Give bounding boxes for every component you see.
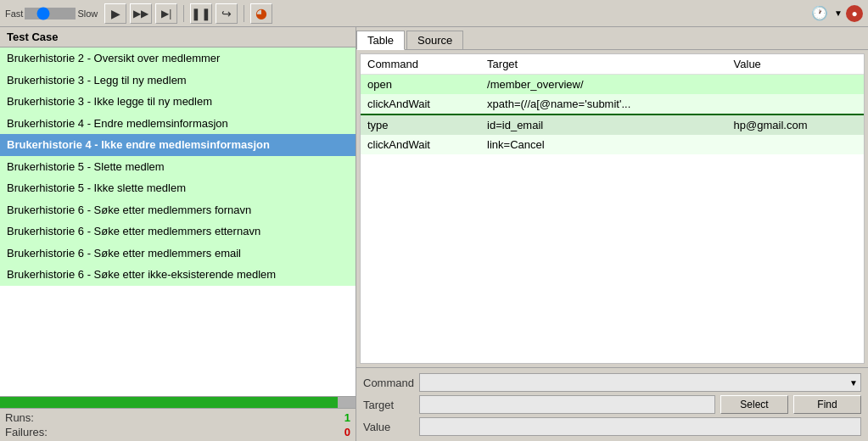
test-case-item-7[interactable]: Brukerhistorie 6 - Søke etter medlemmers… [0, 199, 356, 221]
close-button[interactable]: ● [846, 5, 863, 22]
run-all-button[interactable]: ▶▶ [130, 3, 152, 24]
cell-target-0: /member_overview/ [480, 75, 726, 95]
main-layout: Test Case Brukerhistorie 2 - Oversikt ov… [0, 27, 868, 441]
test-case-item-6[interactable]: Brukerhistorie 5 - Ikke slette medlem [0, 177, 356, 199]
col-target: Target [480, 54, 726, 75]
table-area[interactable]: Command Target Value open/member_overvie… [360, 53, 865, 364]
table-row-1[interactable]: clickAndWaitxpath=(//a[@name='submit'... [361, 94, 864, 114]
left-bottom: Runs: 1 Failures: 0 [0, 396, 356, 441]
test-case-item-1[interactable]: Brukerhistorie 3 - Legg til ny medlem [0, 70, 356, 92]
test-case-item-2[interactable]: Brukerhistorie 3 - Ikke legge til ny med… [0, 91, 356, 113]
value-label: Value [363, 421, 414, 433]
toolbar: Fast Slow ▶ ▶▶ ▶| ❚❚ ↪ ◕ 🕐 ▼ ● [0, 0, 868, 27]
value-row: Value [363, 417, 861, 436]
separator-2 [244, 5, 244, 22]
toolbar-right: 🕐 ▼ ● [809, 3, 863, 24]
test-case-header: Test Case [0, 27, 356, 47]
right-panel: TableSource Command Target Value open/me… [356, 27, 868, 441]
failures-row: Failures: 0 [5, 425, 350, 439]
cell-value-2: hp@gmail.com [727, 114, 864, 135]
rollup-button[interactable]: ◕ [250, 3, 272, 24]
cell-target-3: link=Cancel [480, 135, 726, 154]
table-row-3[interactable]: clickAndWaitlink=Cancel [361, 135, 864, 154]
test-case-item-4[interactable]: Brukerhistorie 4 - Ikke endre medlemsinf… [0, 134, 356, 156]
test-case-item-5[interactable]: Brukerhistorie 5 - Slette medlem [0, 156, 356, 178]
left-panel: Test Case Brukerhistorie 2 - Oversikt ov… [0, 27, 356, 441]
col-value: Value [727, 54, 864, 75]
clock-dropdown[interactable]: ▼ [834, 8, 843, 18]
test-case-item-8[interactable]: Brukerhistorie 6 - Søke etter medlemmers… [0, 220, 356, 243]
command-select-wrapper: ▼ [419, 373, 861, 392]
run-button[interactable]: ▶ [104, 3, 126, 24]
cell-value-0 [727, 75, 864, 95]
runs-label: Runs: [5, 411, 34, 424]
cell-command-1: clickAndWait [361, 94, 480, 114]
pause-button[interactable]: ❚❚ [190, 3, 212, 24]
cell-target-2: id=id_email [480, 114, 726, 135]
select-button[interactable]: Select [720, 395, 788, 414]
target-row: Target Select Find [363, 395, 861, 414]
tab-source[interactable]: Source [406, 31, 463, 49]
find-button[interactable]: Find [793, 395, 861, 414]
test-case-list[interactable]: Brukerhistorie 2 - Oversikt over medlemm… [0, 47, 356, 396]
test-case-item-10[interactable]: Brukerhistorie 6 - Søke etter ikke-eksis… [0, 264, 356, 286]
table-header-row: Command Target Value [361, 54, 864, 75]
tabs: TableSource [356, 27, 868, 50]
separator-1 [183, 5, 184, 22]
command-select[interactable] [419, 373, 861, 392]
test-case-item-0[interactable]: Brukerhistorie 2 - Oversikt over medlemm… [0, 47, 356, 70]
command-row: Command ▼ [363, 373, 861, 392]
speed-fast-label: Fast [5, 8, 23, 19]
cell-command-3: clickAndWait [361, 135, 480, 154]
speed-slow-label: Slow [77, 8, 98, 19]
target-input[interactable] [419, 395, 715, 414]
test-case-item-9[interactable]: Brukerhistorie 6 - Søke etter medlemmers… [0, 243, 356, 265]
bottom-form: Command ▼ Target Select Find Value [356, 367, 868, 441]
cell-command-0: open [361, 75, 480, 95]
cell-value-3 [727, 135, 864, 154]
failures-label: Failures: [5, 426, 48, 438]
progress-bar [0, 397, 338, 408]
runs-value: 1 [344, 411, 350, 424]
progress-bar-container [0, 396, 356, 408]
clock-icon: 🕐 [809, 3, 831, 24]
table-row-0[interactable]: open/member_overview/ [361, 75, 864, 95]
tab-table[interactable]: Table [356, 31, 405, 50]
command-table: Command Target Value open/member_overvie… [361, 54, 864, 154]
value-input[interactable] [419, 417, 861, 436]
speed-slider[interactable] [25, 8, 76, 20]
step-button[interactable]: ↪ [216, 3, 238, 24]
failures-value: 0 [344, 426, 350, 438]
command-label: Command [363, 377, 414, 389]
test-case-item-3[interactable]: Brukerhistorie 4 - Endre medlemsinformas… [0, 113, 356, 135]
stats-row: Runs: 1 Failures: 0 [0, 408, 356, 441]
cell-target-1: xpath=(//a[@name='submit'... [480, 94, 726, 114]
col-command: Command [361, 54, 480, 75]
run-current-button[interactable]: ▶| [155, 3, 177, 24]
cell-value-1 [727, 94, 864, 114]
target-label: Target [363, 399, 414, 411]
cell-command-2: type [361, 114, 480, 135]
runs-row: Runs: 1 [5, 410, 350, 425]
table-row-2[interactable]: typeid=id_emailhp@gmail.com [361, 114, 864, 135]
speed-control: Fast Slow [5, 8, 98, 20]
